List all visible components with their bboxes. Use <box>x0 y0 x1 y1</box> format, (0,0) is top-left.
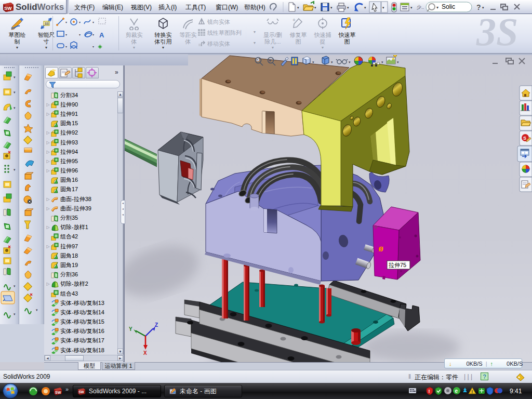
svg-text:▾: ▾ <box>92 33 94 36</box>
svg-text:▾: ▾ <box>14 106 16 110</box>
svg-text:SW: SW <box>78 390 84 394</box>
svg-text:▾: ▾ <box>410 6 413 9</box>
svg-text:88: 88 <box>45 22 49 25</box>
svg-text:▾: ▾ <box>65 21 67 24</box>
svg-text:SW: SW <box>55 391 61 394</box>
svg-text:▾: ▾ <box>331 60 333 64</box>
svg-text:▾: ▾ <box>330 6 332 9</box>
svg-text:少..: 少.. <box>417 5 424 10</box>
svg-text:!: ! <box>429 389 430 394</box>
svg-text:▾: ▾ <box>14 168 16 171</box>
svg-text:▾: ▾ <box>364 6 366 9</box>
svg-text:▾: ▾ <box>79 33 81 36</box>
svg-text:▾: ▾ <box>382 6 384 9</box>
svg-text:▾: ▾ <box>349 60 351 64</box>
svg-text:▾: ▾ <box>14 75 16 79</box>
svg-text:Z: Z <box>155 322 158 328</box>
svg-text:▾: ▾ <box>314 6 316 9</box>
svg-text:?: ? <box>476 3 481 11</box>
svg-text:X: X <box>143 350 147 356</box>
svg-text:Y: Y <box>129 326 132 332</box>
svg-text:▾: ▾ <box>436 5 438 10</box>
svg-text:▾: ▾ <box>14 284 16 288</box>
svg-text:▾: ▾ <box>312 60 314 64</box>
svg-text:e: e <box>455 388 458 394</box>
svg-text:SW: SW <box>4 6 12 11</box>
svg-text:▾: ▾ <box>397 60 399 64</box>
svg-text:+: + <box>292 17 296 23</box>
svg-text:▾: ▾ <box>297 6 299 9</box>
svg-text:▾: ▾ <box>92 21 94 24</box>
svg-text:▾: ▾ <box>79 21 81 24</box>
svg-text:拉伸75: 拉伸75 <box>389 262 406 268</box>
svg-text:▾: ▾ <box>92 45 94 48</box>
svg-text:A: A <box>99 31 104 39</box>
svg-text:▾: ▾ <box>14 90 16 94</box>
svg-text:▾: ▾ <box>14 312 16 316</box>
svg-text:Solic: Solic <box>442 3 455 10</box>
svg-text:+: + <box>269 58 271 63</box>
svg-text:▾: ▾ <box>65 33 67 36</box>
svg-text:▾: ▾ <box>36 308 38 312</box>
svg-text:!: ! <box>471 389 473 394</box>
svg-text:▾: ▾ <box>347 6 349 9</box>
svg-text:S: S <box>523 136 526 141</box>
svg-text:▾: ▾ <box>381 60 383 64</box>
svg-text:▾: ▾ <box>482 6 484 9</box>
svg-text:▾: ▾ <box>65 45 67 48</box>
